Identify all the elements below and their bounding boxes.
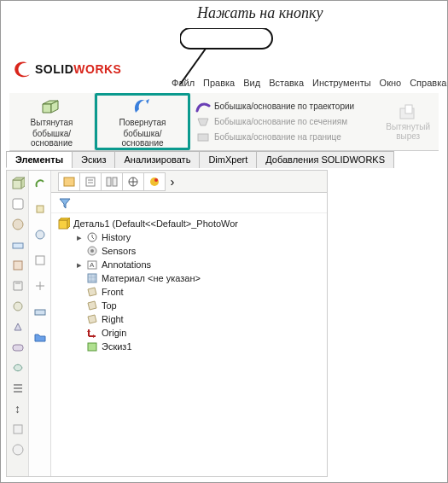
ds-logo-icon bbox=[13, 57, 32, 81]
svg-rect-11 bbox=[13, 345, 23, 351]
menu-window[interactable]: Окно bbox=[380, 78, 402, 88]
svg-point-28 bbox=[90, 249, 94, 253]
tree-annotations[interactable]: ▸ A Annotations bbox=[58, 258, 323, 271]
tab-features[interactable]: Элементы bbox=[6, 151, 73, 168]
tree-root-label: Деталь1 (Default<<Default>_PhotoWor bbox=[73, 218, 238, 229]
svg-rect-21 bbox=[113, 177, 117, 186]
feature-manager-tab[interactable] bbox=[58, 172, 80, 191]
extruded-cut-icon bbox=[397, 103, 419, 122]
mid-c-icon[interactable] bbox=[32, 227, 48, 242]
boundary-boss-icon bbox=[195, 131, 211, 143]
tree-top-plane[interactable]: Top bbox=[58, 299, 323, 312]
sensors-icon bbox=[86, 245, 98, 257]
expander-icon[interactable]: ▸ bbox=[75, 261, 83, 269]
filter-icon[interactable] bbox=[58, 196, 72, 210]
menu-help[interactable]: Справка bbox=[410, 78, 446, 88]
tool-l-icon[interactable] bbox=[10, 442, 26, 457]
tree-top-label: Top bbox=[102, 300, 117, 311]
svg-rect-9 bbox=[14, 261, 22, 270]
tree-sensors[interactable]: Sensors bbox=[58, 244, 323, 258]
tree-history-label: History bbox=[102, 232, 131, 242]
menu-view[interactable]: Вид bbox=[243, 78, 260, 88]
tab-sketch[interactable]: Эскиз bbox=[72, 151, 115, 168]
swept-boss-button[interactable]: Бобышка/основание по траектории bbox=[195, 101, 372, 113]
expander-icon[interactable] bbox=[75, 275, 83, 282]
feature-tree[interactable]: Деталь1 (Default<<Default>_PhotoWor ▸ Hi… bbox=[51, 213, 327, 357]
expander-icon[interactable] bbox=[75, 247, 83, 255]
tree-sketch1[interactable]: Эскиз1 bbox=[58, 340, 323, 353]
svg-point-24 bbox=[154, 178, 158, 182]
tab-dimxpert[interactable]: DimXpert bbox=[199, 151, 257, 168]
mid-b-icon[interactable] bbox=[32, 201, 48, 217]
tool-a-icon[interactable] bbox=[10, 196, 26, 212]
tree-front-plane[interactable]: Front bbox=[58, 285, 323, 299]
svg-rect-14 bbox=[37, 206, 44, 212]
svg-rect-8 bbox=[13, 243, 23, 248]
extruded-boss-label2: бобышка/основание bbox=[15, 129, 89, 148]
tree-material[interactable]: Материал <не указан> bbox=[58, 271, 323, 285]
extruded-boss-button[interactable]: Вытянутая бобышка/основание bbox=[9, 93, 95, 150]
tab-addins[interactable]: Добавления SOLIDWORKS bbox=[256, 151, 394, 168]
logo-text-solid: SOLID bbox=[35, 62, 73, 76]
svg-rect-5 bbox=[13, 180, 21, 189]
swept-boss-label: Бобышка/основание по траектории bbox=[214, 102, 354, 111]
tool-c-icon[interactable] bbox=[10, 237, 26, 253]
tab-analyze[interactable]: Анализировать bbox=[114, 151, 200, 168]
tool-cube-icon[interactable] bbox=[10, 176, 26, 191]
expander-icon[interactable] bbox=[75, 316, 83, 323]
menu-insert[interactable]: Вставка bbox=[269, 78, 304, 88]
part-icon bbox=[58, 218, 70, 230]
tool-f-icon[interactable] bbox=[10, 299, 26, 314]
expander-icon[interactable] bbox=[75, 329, 83, 337]
expander-icon[interactable] bbox=[75, 302, 83, 310]
feature-filter-row bbox=[51, 193, 327, 213]
tool-g-icon[interactable] bbox=[10, 319, 26, 335]
tree-history[interactable]: ▸ History bbox=[58, 230, 323, 244]
tool-b-icon[interactable] bbox=[10, 217, 26, 232]
menu-file[interactable]: Файл bbox=[172, 78, 195, 88]
dimxpert-manager-tab[interactable] bbox=[122, 172, 144, 191]
tree-origin-label: Origin bbox=[102, 328, 126, 338]
extruded-cut-button[interactable]: Вытянутый вырез bbox=[377, 93, 439, 150]
property-manager-tab[interactable] bbox=[79, 172, 102, 191]
revolved-boss-button[interactable]: Повернутая бобышка/основание bbox=[95, 93, 190, 150]
display-manager-tab[interactable] bbox=[143, 172, 166, 191]
mid-d-icon[interactable] bbox=[32, 253, 48, 268]
manager-tabs-more[interactable]: › bbox=[165, 172, 180, 191]
tool-h-icon[interactable] bbox=[10, 340, 26, 355]
revolved-boss-label1: Повернутая bbox=[119, 118, 166, 127]
lofted-boss-button[interactable]: Бобышка/основание по сечениям bbox=[195, 116, 372, 128]
svg-rect-32 bbox=[88, 343, 96, 351]
expander-icon[interactable]: ▸ bbox=[75, 234, 83, 242]
svg-rect-16 bbox=[36, 256, 44, 265]
material-icon bbox=[86, 272, 98, 284]
mid-toolbar bbox=[29, 171, 51, 476]
tool-i-icon[interactable] bbox=[10, 360, 26, 375]
tool-d-icon[interactable] bbox=[10, 258, 26, 273]
expander-icon[interactable] bbox=[75, 288, 83, 296]
menu-tools[interactable]: Инструменты bbox=[312, 78, 371, 88]
tool-dim-icon[interactable]: ↕ bbox=[10, 401, 26, 416]
tree-root-part[interactable]: Деталь1 (Default<<Default>_PhotoWor bbox=[58, 217, 323, 230]
tool-j-icon[interactable] bbox=[10, 381, 26, 396]
mid-e-icon[interactable] bbox=[32, 278, 48, 294]
tool-e-icon[interactable] bbox=[10, 278, 26, 294]
tree-right-plane[interactable]: Right bbox=[58, 312, 323, 326]
svg-rect-12 bbox=[14, 425, 22, 434]
mid-folder-icon[interactable] bbox=[32, 329, 48, 345]
tool-k-icon[interactable] bbox=[10, 422, 26, 437]
tree-origin[interactable]: Origin bbox=[58, 326, 323, 340]
tree-right-label: Right bbox=[102, 314, 124, 324]
boundary-boss-label: Бобышка/основание на границе bbox=[214, 132, 341, 142]
menu-bar: Файл Правка Вид Вставка Инструменты Окно… bbox=[172, 78, 446, 88]
mid-f-icon[interactable] bbox=[32, 304, 48, 319]
boundary-boss-button[interactable]: Бобышка/основание на границе bbox=[195, 131, 372, 143]
origin-icon bbox=[86, 327, 98, 339]
expander-icon[interactable] bbox=[75, 343, 83, 351]
menu-edit[interactable]: Правка bbox=[203, 78, 235, 88]
history-icon bbox=[86, 231, 98, 243]
svg-point-10 bbox=[14, 302, 22, 311]
configuration-manager-tab[interactable] bbox=[101, 172, 123, 191]
tree-front-label: Front bbox=[102, 287, 124, 297]
mid-a-icon[interactable] bbox=[32, 176, 48, 191]
